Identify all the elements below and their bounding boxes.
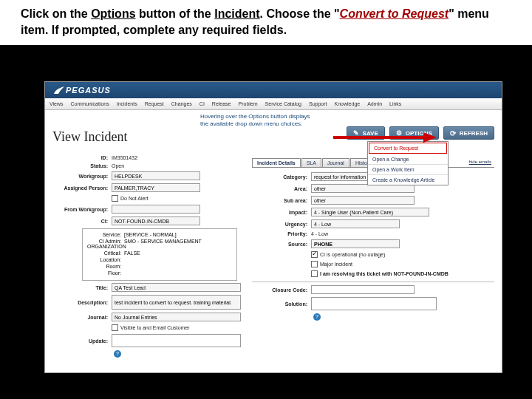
resolving-label: I am resolving this ticket with NOT-FOUN… [320, 271, 449, 276]
category-label: Category: [252, 174, 311, 180]
ci-operational-label: CI is operational (no outage) [320, 252, 385, 257]
instruction-text: Click on the Options button of the Incid… [0, 0, 532, 45]
subarea-label: Sub area: [252, 198, 311, 203]
tab-journal[interactable]: Journal [322, 158, 349, 167]
from-wg-label: From Workgroup: [52, 207, 112, 212]
menu-views[interactable]: Views [50, 101, 64, 106]
update-label: Update: [52, 338, 112, 344]
journal-value: No Journal Entries [112, 313, 241, 321]
pencil-icon [353, 129, 361, 137]
refresh-button[interactable]: REFRESH [443, 126, 494, 140]
menu-problem[interactable]: Problem [239, 101, 258, 106]
journal-label: Journal: [52, 315, 112, 320]
menu-communications[interactable]: Communications [71, 101, 109, 106]
urgency-label: Urgency: [252, 222, 311, 227]
menu-create-knowledge[interactable]: Create a Knowledge Article [368, 175, 448, 185]
do-not-alert-checkbox[interactable] [112, 195, 118, 202]
left-panel: ID:IM3501432 Status:Open Workgroup:HELPD… [52, 151, 252, 361]
workgroup-label: Workgroup: [52, 174, 112, 179]
status-value: Open [112, 163, 124, 168]
major-incident-label: Major Incident [320, 262, 352, 267]
help-icon[interactable]: ? [114, 350, 121, 358]
from-wg-input[interactable] [112, 205, 200, 214]
update-input[interactable] [112, 334, 241, 347]
ci-input[interactable]: NOT-FOUND-IN-CMDB [112, 216, 200, 225]
help-icon[interactable]: ? [313, 313, 321, 321]
status-label: Status: [52, 163, 112, 168]
main-menu: Views Communications Incidents Request C… [45, 98, 502, 110]
impact-label: Impact: [252, 210, 311, 215]
solution-label: Solution: [252, 301, 311, 307]
menu-ci[interactable]: CI [200, 101, 205, 106]
menu-open-work-item[interactable]: Open a Work Item [368, 165, 448, 175]
id-label: ID: [52, 155, 112, 160]
title-label: Title: [52, 285, 112, 290]
menu-admin[interactable]: Admin [367, 101, 382, 106]
menu-service-catalog[interactable]: Service Catalog [265, 101, 301, 106]
source-input[interactable]: PHONE [311, 239, 400, 248]
ci-detail-inset: Service:[SERVICE - NORMAL] CI Admin:SMO … [82, 228, 237, 281]
pegasus-logo-icon [52, 83, 66, 97]
resolving-checkbox[interactable] [311, 270, 318, 277]
refresh-icon [450, 129, 457, 137]
priority-value: 4 - Low [311, 231, 328, 236]
app-screenshot: PEGASUS Views Communications Incidents R… [44, 81, 502, 373]
menu-open-change[interactable]: Open a Change [368, 154, 448, 165]
save-button[interactable]: SAVE [347, 126, 385, 140]
menu-incidents[interactable]: Incidents [117, 101, 137, 106]
solution-input[interactable] [311, 297, 437, 310]
assigned-label: Assigned Person: [52, 185, 112, 191]
menu-support[interactable]: Support [309, 101, 327, 106]
menu-changes[interactable]: Changes [171, 101, 192, 106]
options-button[interactable]: OPTIONS [389, 126, 439, 140]
description-input[interactable]: test incident to convert to request. tra… [112, 295, 241, 310]
gear-icon [396, 129, 403, 137]
assigned-input[interactable]: PALMER,TRACY [112, 183, 200, 192]
menu-convert-to-request[interactable]: Convert to Request [369, 143, 447, 154]
subarea-input[interactable]: other [311, 196, 415, 205]
impact-input[interactable]: 4 - Single User (Non-Patient Care) [311, 208, 429, 216]
menu-release[interactable]: Release [212, 101, 231, 106]
visible-email-checkbox[interactable] [112, 324, 118, 331]
ci-operational-checkbox[interactable] [311, 251, 318, 258]
hide-emails-link[interactable]: hide emails [466, 158, 494, 167]
description-label: Description: [52, 300, 112, 305]
priority-label: Priority: [252, 231, 311, 236]
closure-input[interactable] [311, 285, 415, 294]
do-not-alert-label: Do Not Alert [120, 196, 149, 201]
callout-hover-tip: Hovering over the Options button display… [200, 113, 318, 127]
area-label: Area: [252, 186, 311, 191]
workgroup-input[interactable]: HELPDESK [112, 171, 200, 180]
menu-request[interactable]: Request [145, 101, 164, 106]
closure-label: Closure Code: [252, 287, 311, 293]
ci-label: CI: [52, 219, 112, 224]
visible-email-label: Visible to and Email Customer [120, 325, 190, 330]
app-topbar: PEGASUS [45, 82, 502, 98]
title-input[interactable]: QA Test Lead [112, 283, 241, 292]
source-label: Source: [252, 242, 311, 247]
menu-knowledge[interactable]: Knowledge [335, 101, 361, 106]
tab-incident-details[interactable]: Incident Details [252, 158, 301, 167]
major-incident-checkbox[interactable] [311, 261, 318, 267]
options-dropdown: Convert to Request Open a Change Open a … [367, 141, 449, 185]
menu-links[interactable]: Links [389, 101, 401, 106]
id-value: IM3501432 [112, 155, 137, 160]
tab-sla[interactable]: SLA [301, 158, 321, 167]
urgency-input[interactable]: 4 - Low [311, 219, 400, 228]
app-brand: PEGASUS [66, 86, 111, 95]
